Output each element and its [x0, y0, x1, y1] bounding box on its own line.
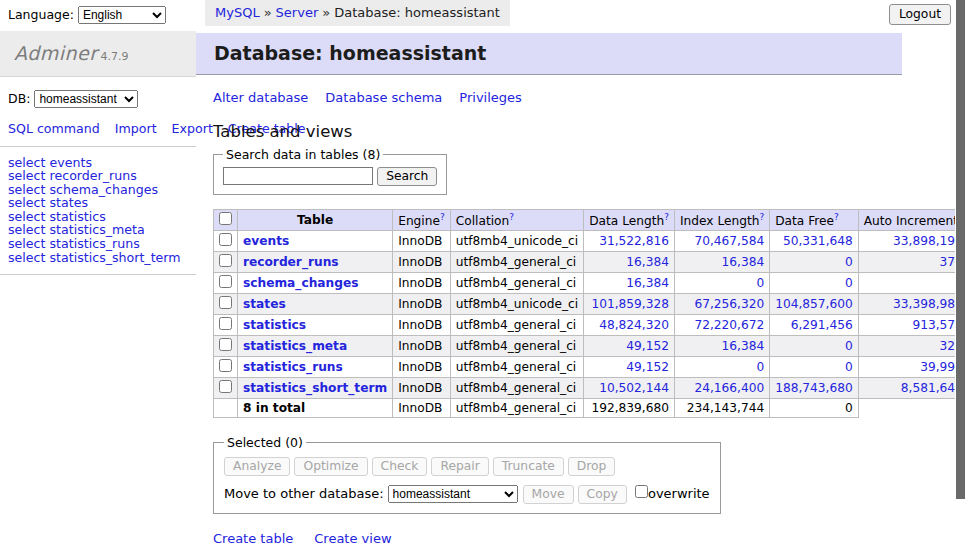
data-length-link[interactable]: 16,384	[589, 276, 669, 290]
index-length-link[interactable]: 70,467,584	[680, 234, 764, 248]
auto-increment-link[interactable]: 6	[864, 276, 963, 290]
move-button[interactable]: Move	[523, 485, 574, 504]
table-name-link[interactable]: statistics_meta	[243, 339, 347, 353]
row-checkbox[interactable]	[219, 359, 232, 372]
overwrite-checkbox[interactable]	[635, 485, 648, 498]
index-length-link[interactable]: 72,220,672	[680, 318, 764, 332]
table-name-link[interactable]: schema_changes	[243, 276, 358, 290]
table-name-link[interactable]: statistics_short_term	[243, 381, 387, 395]
index-length-link[interactable]: 16,384	[680, 255, 764, 269]
row-checkbox[interactable]	[219, 233, 232, 246]
data-free-link[interactable]: 188,743,680	[775, 381, 853, 395]
db-selector-row: DB:homeassistant	[0, 77, 196, 110]
table-name-link[interactable]: events	[243, 234, 289, 248]
table-link[interactable]: statistics_short_term	[50, 250, 181, 265]
auto-increment-link[interactable]: 325	[864, 339, 963, 353]
auto-increment-link[interactable]: 378	[864, 255, 963, 269]
optimize-button[interactable]: Optimize	[294, 457, 367, 476]
analyze-button[interactable]: Analyze	[224, 457, 290, 476]
import-link[interactable]: Import	[115, 121, 157, 136]
data-free-link[interactable]: 50,331,648	[775, 234, 853, 248]
collation-cell: utf8mb4_unicode_ci	[450, 231, 583, 252]
move-row: Move to other database:homeassistantMove…	[224, 485, 710, 504]
auto-increment-link[interactable]: 8,581,645	[864, 381, 963, 395]
data-length-link[interactable]: 48,824,320	[589, 318, 669, 332]
data-free-link[interactable]: 0	[775, 339, 853, 353]
data-free-link[interactable]: 6,291,456	[775, 318, 853, 332]
row-checkbox[interactable]	[219, 275, 232, 288]
index-length-link[interactable]: 16,384	[680, 339, 764, 353]
check-button[interactable]: Check	[372, 457, 428, 476]
breadcrumb-mysql-link[interactable]: MySQL	[215, 5, 260, 20]
breadcrumb-separator: »	[322, 5, 330, 20]
data-length-link[interactable]: 101,859,328	[589, 297, 669, 311]
copy-button[interactable]: Copy	[578, 485, 627, 504]
row-checkbox[interactable]	[219, 317, 232, 330]
alter-database-link[interactable]: Alter database	[213, 90, 308, 105]
data-free-link[interactable]: 0	[775, 255, 853, 269]
data-free-link[interactable]: 0	[775, 360, 853, 374]
table-name-link[interactable]: states	[243, 297, 286, 311]
data-length-link[interactable]: 10,502,144	[589, 381, 669, 395]
database-schema-link[interactable]: Database schema	[325, 90, 442, 105]
data-length-help-link[interactable]: ?	[664, 212, 669, 222]
index-length-link[interactable]: 0	[680, 276, 764, 290]
index-length-link[interactable]: 0	[680, 360, 764, 374]
vertical-scrollbar[interactable]	[955, 0, 966, 543]
create-view-link[interactable]: Create view	[314, 531, 391, 543]
data-free-link[interactable]: 0	[775, 276, 853, 290]
language-select[interactable]: English	[78, 6, 166, 24]
create-table-link[interactable]: Create table	[213, 531, 293, 543]
table-name-link[interactable]: statistics	[243, 318, 306, 332]
table-name-link[interactable]: recorder_runs	[243, 255, 339, 269]
data-length-link[interactable]: 16,384	[589, 255, 669, 269]
table-name-link[interactable]: statistics_runs	[243, 360, 343, 374]
row-checkbox[interactable]	[219, 254, 232, 267]
adminer-version: 4.7.9	[101, 50, 129, 63]
data-length-cell: 16,384	[584, 252, 675, 273]
row-checkbox-cell	[214, 336, 238, 357]
row-checkbox[interactable]	[219, 338, 232, 351]
data-length-link[interactable]: 49,152	[589, 339, 669, 353]
privileges-link[interactable]: Privileges	[459, 90, 522, 105]
main-content: MySQL»Server»Database: homeassistant Dat…	[196, 0, 902, 543]
auto-increment-link[interactable]: 913,577	[864, 318, 963, 332]
engine-help-link[interactable]: ?	[440, 212, 445, 222]
row-checkbox[interactable]	[219, 380, 232, 393]
data-free-help-link[interactable]: ?	[834, 212, 839, 222]
data-free-cell: 0	[770, 252, 859, 273]
data-length-link[interactable]: 49,152	[589, 360, 669, 374]
adminer-logo[interactable]: Adminer	[14, 42, 98, 64]
auto-increment-cell: 8,581,645	[858, 378, 966, 399]
db-select[interactable]: homeassistant	[34, 90, 138, 108]
auto-increment-link[interactable]: 33,898,196	[864, 234, 963, 248]
table-row: statistics_short_term InnoDB utf8mb4_gen…	[214, 378, 966, 399]
search-input[interactable]	[223, 167, 373, 185]
selected-buttons-row: AnalyzeOptimizeCheckRepairTruncateDrop	[224, 457, 710, 476]
select-all-checkbox[interactable]	[219, 212, 232, 225]
truncate-button[interactable]: Truncate	[493, 457, 564, 476]
index-length-link[interactable]: 67,256,320	[680, 297, 764, 311]
data-free-link[interactable]: 104,857,600	[775, 297, 853, 311]
sql-command-link[interactable]: SQL command	[8, 121, 100, 136]
table-name-cell: recorder_runs	[238, 252, 393, 273]
logout-button[interactable]: Logout	[889, 4, 951, 25]
collation-help-link[interactable]: ?	[509, 212, 514, 222]
row-checkbox[interactable]	[219, 296, 232, 309]
index-length-link[interactable]: 24,166,400	[680, 381, 764, 395]
drop-button[interactable]: Drop	[568, 457, 616, 476]
search-button[interactable]: Search	[377, 167, 437, 186]
index-length-help-link[interactable]: ?	[759, 212, 764, 222]
breadcrumb-server-link[interactable]: Server	[276, 5, 319, 20]
row-checkbox-cell	[214, 231, 238, 252]
repair-button[interactable]: Repair	[431, 457, 488, 476]
scrollbar-thumb[interactable]	[956, 0, 965, 499]
data-free-cell: 188,743,680	[770, 378, 859, 399]
auto-increment-link[interactable]: 33,398,984	[864, 297, 963, 311]
sidebar-table-entry: select recorder_runs	[8, 169, 188, 183]
data-length-link[interactable]: 31,522,816	[589, 234, 669, 248]
select-link[interactable]: select	[8, 250, 45, 265]
move-database-select[interactable]: homeassistant	[388, 485, 518, 503]
total-index-length: 234,143,744	[674, 399, 769, 418]
auto-increment-link[interactable]: 39,999	[864, 360, 963, 374]
